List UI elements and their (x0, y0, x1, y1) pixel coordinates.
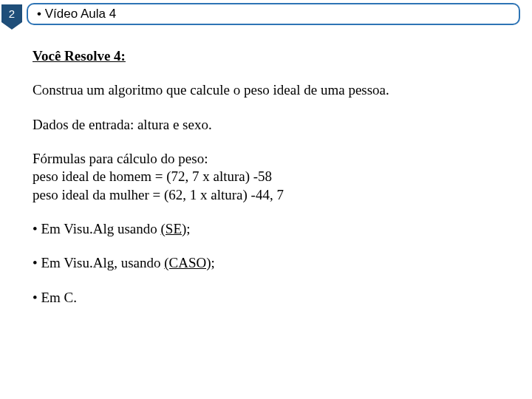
step-badge: 2 (1, 4, 22, 22)
content-area: Você Resolve 4: Construa um algoritmo qu… (0, 25, 532, 307)
formula-group: Fórmulas para cálculo do peso: peso idea… (33, 150, 532, 204)
bullet-3: • Em C. (33, 289, 532, 307)
bullet-2: • Em Visu.Alg, usando (CASO); (33, 254, 532, 272)
title-box: • Vídeo Aula 4 (27, 3, 520, 25)
paragraph-2: Dados de entrada: altura e sexo. (33, 116, 532, 134)
badge-number: 2 (9, 7, 15, 20)
header-row: 2 • Vídeo Aula 4 (0, 0, 532, 25)
paragraph-1: Construa um algoritmo que calcule o peso… (33, 81, 532, 99)
formula-heading: Fórmulas para cálculo do peso: (33, 150, 532, 168)
formula-female: peso ideal da mulher = (62, 1 x altura) … (33, 186, 532, 204)
bullet-2-prefix: • Em Visu.Alg, usando (33, 255, 164, 270)
title-text: • Vídeo Aula 4 (37, 7, 116, 21)
bullet-1-underline: (SE); (161, 221, 191, 236)
bullet-2-underline: (CASO); (164, 255, 215, 270)
bullet-1-prefix: • Em Visu.Alg usando (33, 221, 161, 236)
bullet-1: • Em Visu.Alg usando (SE); (33, 220, 532, 238)
subtitle: Você Resolve 4: (33, 47, 532, 65)
formula-male: peso ideal de homem = (72, 7 x altura) -… (33, 168, 532, 185)
